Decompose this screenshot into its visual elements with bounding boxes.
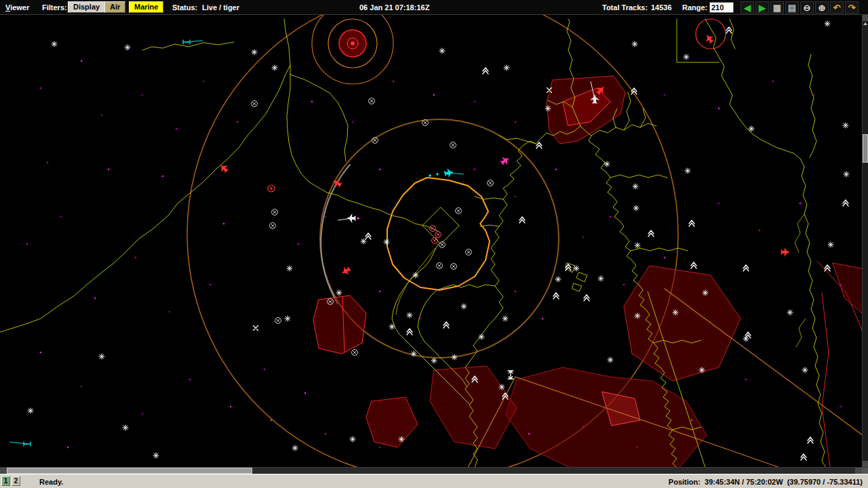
ast-track-symbol[interactable] [843, 123, 848, 128]
bird-track-symbol[interactable] [584, 295, 589, 301]
ast-track-symbol[interactable] [635, 243, 640, 248]
cx-track-symbol[interactable] [430, 226, 436, 232]
horizontal-scroll-thumb[interactable] [7, 468, 252, 474]
ast-track-symbol[interactable] [389, 324, 395, 329]
ast-track-symbol[interactable] [28, 408, 33, 413]
viewer-menu[interactable]: Viewer [5, 3, 29, 12]
cx-track-symbol[interactable] [270, 223, 276, 229]
cx-track-symbol[interactable] [488, 180, 494, 186]
ast-track-symbol[interactable] [153, 453, 159, 458]
air-filter-button[interactable]: Air [104, 1, 125, 13]
cdot-track-symbol[interactable] [268, 185, 275, 192]
ast-track-symbol[interactable] [502, 316, 508, 321]
jet-track-symbol[interactable] [338, 214, 355, 223]
cx-track-symbol[interactable] [252, 101, 258, 107]
dot-track-symbol[interactable] [429, 174, 431, 177]
jet-track-symbol[interactable] [499, 154, 512, 167]
ast-track-symbol[interactable] [632, 41, 637, 47]
zoom-out-icon[interactable]: ⊖ [800, 1, 814, 14]
jet-track-symbol[interactable] [781, 247, 790, 257]
save-icon[interactable]: ▦ [770, 1, 784, 14]
bird-track-symbol[interactable] [536, 142, 542, 148]
ast-track-symbol[interactable] [292, 445, 298, 451]
ast-track-symbol[interactable] [52, 41, 57, 47]
ast-track-symbol[interactable] [574, 266, 579, 271]
pan-right-icon[interactable]: ▶ [755, 1, 769, 14]
bird-track-symbol[interactable] [808, 437, 813, 443]
ast-track-symbol[interactable] [604, 161, 610, 167]
vertical-scrollbar[interactable] [862, 15, 868, 467]
marine-filter-button[interactable]: Marine [129, 1, 163, 13]
ast-track-symbol[interactable] [844, 171, 849, 177]
ast-track-symbol[interactable] [703, 290, 708, 296]
ast-track-symbol[interactable] [452, 354, 457, 360]
cx-track-symbol[interactable] [435, 232, 441, 238]
bird-track-symbol[interactable] [726, 27, 732, 33]
ast-track-symbol[interactable] [825, 21, 830, 26]
ast-track-symbol[interactable] [272, 65, 277, 70]
cx-track-symbol[interactable] [456, 208, 462, 214]
jet-track-symbol[interactable] [443, 167, 464, 178]
ast-track-symbol[interactable] [461, 304, 467, 309]
page-1-button[interactable]: 1 [1, 476, 10, 486]
ast-track-symbol[interactable] [479, 334, 484, 340]
ast-track-symbol[interactable] [287, 266, 292, 271]
print-icon[interactable]: ▤ [785, 1, 799, 14]
cx-track-symbol[interactable] [275, 318, 281, 324]
scroll-up-icon[interactable] [863, 15, 868, 21]
ast-track-symbol[interactable] [787, 310, 793, 315]
bird-track-symbol[interactable] [443, 322, 449, 328]
scroll-right-icon[interactable] [855, 468, 862, 474]
bird-track-symbol[interactable] [407, 329, 412, 335]
jet-track-symbol[interactable] [339, 265, 352, 278]
ast-track-symbol[interactable] [336, 290, 342, 296]
bird-track-symbol[interactable] [519, 217, 525, 223]
pan-left-icon[interactable]: ◀ [741, 1, 754, 14]
trk-track-symbol[interactable] [9, 442, 31, 446]
ast-track-symbol[interactable] [285, 316, 290, 321]
bird-track-symbol[interactable] [691, 262, 696, 268]
cx-track-symbol[interactable] [432, 238, 438, 244]
bird-track-symbol[interactable] [366, 233, 371, 239]
cx-track-symbol[interactable] [466, 249, 472, 256]
display-filter-button[interactable]: Display [68, 1, 105, 13]
ast-track-symbol[interactable] [413, 272, 418, 278]
bird-track-symbol[interactable] [843, 200, 848, 206]
ast-track-symbol[interactable] [828, 242, 833, 247]
cx-track-symbol[interactable] [437, 263, 443, 269]
ast-track-symbol[interactable] [598, 276, 604, 281]
bird-track-symbol[interactable] [743, 265, 749, 271]
bird-track-symbol[interactable] [648, 230, 654, 237]
cx-track-symbol[interactable] [272, 209, 278, 216]
zoom-in-icon[interactable]: ⊕ [815, 1, 829, 14]
scroll-down-icon[interactable] [863, 461, 868, 467]
undo-icon[interactable]: ↶ [830, 1, 844, 14]
cx-track-symbol[interactable] [450, 142, 456, 148]
ast-track-symbol[interactable] [699, 367, 705, 373]
ast-track-symbol[interactable] [439, 48, 445, 54]
ast-track-symbol[interactable] [635, 313, 640, 319]
vertical-scroll-thumb[interactable] [863, 134, 868, 163]
ast-track-symbol[interactable] [504, 65, 509, 70]
scroll-left-icon[interactable] [0, 468, 7, 474]
ast-track-symbol[interactable] [555, 277, 561, 282]
ast-track-symbol[interactable] [384, 239, 389, 245]
x-track-symbol[interactable] [254, 326, 258, 331]
ast-track-symbol[interactable] [407, 312, 412, 318]
radar-map[interactable] [0, 0, 868, 488]
ast-track-symbol[interactable] [608, 357, 613, 363]
ast-track-symbol[interactable] [125, 45, 130, 50]
bird-track-symbol[interactable] [553, 293, 559, 299]
ast-track-symbol[interactable] [802, 367, 808, 373]
ast-track-symbol[interactable] [252, 49, 257, 55]
horizontal-scrollbar[interactable] [0, 467, 868, 474]
cx-track-symbol[interactable] [369, 98, 375, 104]
redo-icon[interactable]: ↷ [845, 1, 859, 14]
ast-track-symbol[interactable] [673, 310, 678, 315]
darr-track-symbol[interactable] [508, 371, 513, 379]
cx-track-symbol[interactable] [451, 264, 457, 270]
bird-track-symbol[interactable] [483, 68, 488, 74]
dot-track-symbol[interactable] [357, 217, 359, 220]
bird-track-symbol[interactable] [689, 220, 694, 226]
range-input[interactable] [709, 2, 734, 13]
